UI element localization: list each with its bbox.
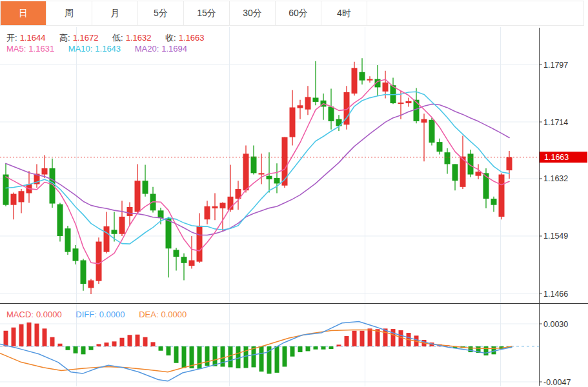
svg-text:1.1663: 1.1663 xyxy=(544,153,569,162)
macd-panel: MACD:0.0000 DIFF:0.0000 DEA:0.0000 0.003… xyxy=(0,303,588,387)
tab-timeframe-2[interactable]: 月 xyxy=(92,1,138,25)
ma10-value: 1.1643 xyxy=(95,44,121,54)
svg-text:1.1549: 1.1549 xyxy=(543,232,568,241)
candlestick-chart-canvas[interactable]: 1.17971.17141.16321.15491.14661.1663 xyxy=(0,26,588,303)
close-value: 1.1663 xyxy=(179,33,205,43)
macd-legend: MACD:0.0000 DIFF:0.0000 DEA:0.0000 xyxy=(6,310,198,319)
svg-text:1.1632: 1.1632 xyxy=(543,174,568,183)
ma-legend: MA5:1.1631 MA10:1.1643 MA20:1.1694 xyxy=(6,44,199,54)
svg-text:0.0030: 0.0030 xyxy=(543,320,568,329)
ma20-value: 1.1694 xyxy=(161,44,187,54)
ma5-label: MA5: xyxy=(6,44,26,54)
svg-text:1.1714: 1.1714 xyxy=(543,118,568,127)
dea-label: DEA: xyxy=(139,310,158,319)
trading-chart-app: 日周月5分15分30分60分4时 开:1.1644 高:1.1672 低:1.1… xyxy=(0,0,588,387)
svg-text:1.1797: 1.1797 xyxy=(543,61,568,70)
low-label: 低: xyxy=(112,33,123,43)
tab-timeframe-4[interactable]: 15分 xyxy=(184,1,230,25)
svg-text:1.1466: 1.1466 xyxy=(543,290,568,299)
high-value: 1.1672 xyxy=(73,33,99,43)
close-label: 收: xyxy=(165,33,176,43)
diff-value: 0.0000 xyxy=(99,310,125,319)
macd-label: MACD: xyxy=(6,310,34,319)
dea-value: 0.0000 xyxy=(161,310,187,319)
svg-text:-0.0047: -0.0047 xyxy=(543,378,571,387)
ma10-label: MA10: xyxy=(68,44,93,54)
open-label: 开: xyxy=(6,33,17,43)
diff-label: DIFF: xyxy=(76,310,97,319)
high-label: 高: xyxy=(59,33,70,43)
tab-timeframe-1[interactable]: 周 xyxy=(46,1,92,25)
timeframe-tab-bar: 日周月5分15分30分60分4时 xyxy=(0,1,584,26)
ma20-label: MA20: xyxy=(135,44,159,54)
ma5-value: 1.1631 xyxy=(28,44,54,54)
tab-timeframe-6[interactable]: 60分 xyxy=(276,1,321,25)
macd-value: 0.0000 xyxy=(36,310,62,319)
low-value: 1.1632 xyxy=(126,33,152,43)
tab-timeframe-5[interactable]: 30分 xyxy=(230,1,276,25)
tab-timeframe-7[interactable]: 4时 xyxy=(321,1,367,25)
tab-timeframe-0[interactable]: 日 xyxy=(1,1,46,25)
main-chart-panel: 开:1.1644 高:1.1672 低:1.1632 收:1.1663 MA5:… xyxy=(0,26,588,303)
ohlc-legend: 开:1.1644 高:1.1672 低:1.1632 收:1.1663 xyxy=(6,32,216,44)
open-value: 1.1644 xyxy=(20,33,46,43)
tab-timeframe-3[interactable]: 5分 xyxy=(138,1,184,25)
